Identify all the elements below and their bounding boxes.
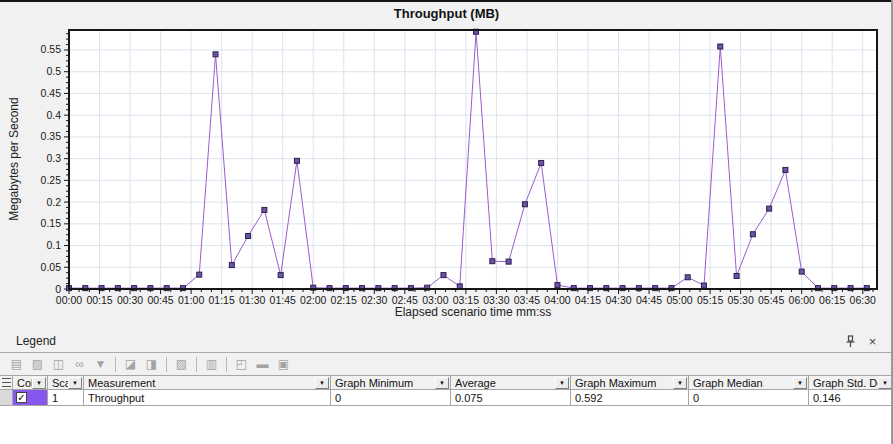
data-point-marker [441, 273, 446, 278]
breakdown-icon[interactable]: ◰ [232, 356, 251, 373]
data-point-marker [702, 283, 707, 288]
data-point-marker [229, 263, 234, 268]
data-point-marker [555, 283, 560, 288]
y-tick-label: 0 [55, 283, 61, 295]
data-point-marker [213, 52, 218, 57]
column-header-graph-minimum[interactable]: Graph Minimum ▼ [331, 376, 451, 390]
duplicate-measurement-icon[interactable]: ◫ [49, 356, 68, 373]
data-point-marker [490, 259, 495, 264]
data-point-marker [750, 232, 755, 237]
chevron-down-icon[interactable]: ▼ [315, 377, 329, 389]
column-header-measurement[interactable]: Measurement ▼ [84, 376, 331, 390]
toolbar-separator [226, 357, 227, 372]
graph-std-deviation-cell: 0.146 [809, 390, 893, 406]
data-point-marker [522, 202, 527, 207]
x-axis-title: Elapsed scenario time mm:ss [69, 305, 877, 319]
y-tick-label: 0.05 [41, 261, 62, 273]
data-point-marker [506, 259, 511, 264]
row-indicator-cell[interactable] [0, 390, 13, 406]
configure-measurements-icon[interactable]: ▤ [7, 356, 26, 373]
column-header-scale[interactable]: Scale ▼ [48, 376, 84, 390]
data-point-marker [734, 273, 739, 278]
column-header-average[interactable]: Average ▼ [451, 376, 571, 390]
y-tick-label: 0.25 [41, 174, 62, 186]
legend-titlebar: Legend × [0, 331, 893, 353]
sort-ascending-icon[interactable]: ◪ [121, 356, 140, 373]
sort-descending-icon[interactable]: ◨ [142, 356, 161, 373]
column-header-color[interactable]: Col ▼ [13, 376, 48, 390]
row-chooser-header[interactable] [0, 376, 13, 390]
data-point-marker [539, 160, 544, 165]
column-header-graph-maximum[interactable]: Graph Maximum ▼ [571, 376, 689, 390]
data-point-marker [718, 44, 723, 49]
chart-canvas[interactable]: 00:0000:1500:3000:4501:0001:1501:3001:45… [0, 2, 893, 333]
web-page-icon[interactable]: ▬ [253, 356, 272, 373]
chevron-down-icon[interactable]: ▼ [435, 377, 449, 389]
legend-table-row-throughput: ✓ 1 Throughput 0 0.075 0.592 0 0.146 [0, 390, 893, 406]
chevron-down-icon[interactable]: ▼ [32, 377, 46, 389]
close-icon[interactable]: × [864, 333, 881, 350]
series-color-cell[interactable]: ✓ [13, 390, 48, 406]
data-point-marker [262, 207, 267, 212]
columns-stripes-icon[interactable]: ▥ [202, 356, 221, 373]
average-cell: 0.075 [451, 390, 571, 406]
data-point-marker [294, 158, 299, 163]
chevron-down-icon[interactable]: ▼ [68, 377, 82, 389]
graph-maximum-cell: 0.592 [571, 390, 689, 406]
data-point-marker [685, 275, 690, 280]
y-tick-label: 0.15 [41, 217, 62, 229]
y-tick-label: 0.45 [41, 87, 62, 99]
remove-measurement-icon[interactable]: ▨ [28, 356, 47, 373]
legend-toolbar: ▤▨◫∞▼◪◨▧▥◰▬▣ [0, 353, 893, 375]
data-point-marker [278, 273, 283, 278]
chevron-down-icon[interactable]: ▼ [555, 377, 569, 389]
throughput-chart-panel: 00:0000:1500:3000:4501:0001:1501:3001:45… [0, 0, 893, 331]
chart-title: Throughput (MB) [0, 6, 893, 21]
graph-minimum-cell: 0 [331, 390, 451, 406]
y-tick-labels: 00.050.10.150.20.250.30.350.40.450.50.55 [41, 43, 62, 294]
measurement-cell[interactable]: Throughput [84, 390, 331, 406]
row-chooser-icon [2, 378, 11, 387]
show-series-checkbox[interactable]: ✓ [16, 392, 27, 403]
y-tick-label: 0.35 [41, 130, 62, 142]
data-point-marker [767, 206, 772, 211]
toolbar-separator [196, 357, 197, 372]
y-tick-label: 0.2 [46, 196, 61, 208]
scale-cell[interactable]: 1 [48, 390, 84, 406]
y-tick-label: 0.55 [41, 43, 62, 55]
data-point-marker [246, 233, 251, 238]
data-point-marker [783, 167, 788, 172]
plot-area[interactable] [69, 30, 877, 289]
chevron-down-icon[interactable]: ▼ [673, 377, 687, 389]
y-axis-title: Megabytes per Second [7, 79, 21, 239]
analysis-window: 00:0000:1500:3000:4501:0001:1501:3001:45… [0, 0, 893, 444]
legend-table: Col ▼ Scale ▼ Measurement ▼ Graph Minimu… [0, 375, 893, 406]
legend-table-header-row: Col ▼ Scale ▼ Measurement ▼ Graph Minimu… [0, 375, 893, 390]
eyeglasses-show-icon[interactable]: ∞ [70, 356, 89, 373]
column-header-graph-median[interactable]: Graph Median ▼ [689, 376, 809, 390]
graph-median-cell: 0 [689, 390, 809, 406]
y-tick-label: 0.1 [46, 239, 61, 251]
animate-line-icon[interactable]: ▧ [172, 356, 191, 373]
y-tick-label: 0.3 [46, 152, 61, 164]
data-point-marker [799, 269, 804, 274]
data-point-marker [197, 272, 202, 277]
save-icon[interactable]: ▣ [274, 356, 293, 373]
toolbar-separator [166, 357, 167, 372]
y-tick-label: 0.4 [46, 109, 61, 121]
pin-icon[interactable] [842, 333, 859, 350]
legend-panel: Legend × ▤▨◫∞▼◪◨▧▥◰▬▣ Col ▼ [0, 331, 893, 444]
toolbar-separator [115, 357, 116, 372]
chevron-down-icon[interactable]: ▼ [793, 377, 807, 389]
chevron-down-icon[interactable]: ▼ [878, 377, 892, 389]
legend-panel-title: Legend [16, 334, 56, 348]
filter-funnel-icon[interactable]: ▼ [91, 356, 110, 373]
column-header-graph-std-deviation[interactable]: Graph Std. Deviation ▼ [809, 376, 893, 390]
y-tick-label: 0.5 [46, 65, 61, 77]
